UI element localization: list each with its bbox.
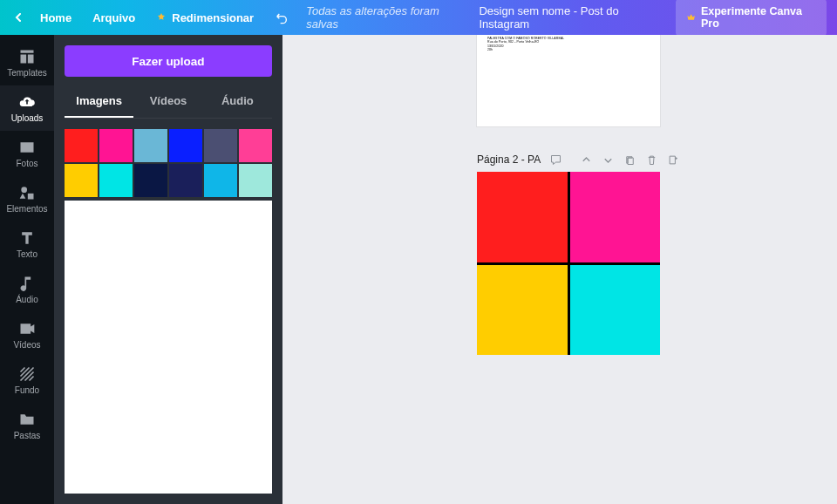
nav-audio[interactable]: Áudio xyxy=(0,267,54,312)
page1-body: APRENDA A SE POSICIONAR NAS REDES SOCIAI… xyxy=(487,35,650,52)
back-button[interactable] xyxy=(7,13,30,22)
canvas-area[interactable]: NESTE SÁBADO MARKETING PESSOAL APRENDA A… xyxy=(282,35,837,504)
home-button[interactable]: Home xyxy=(30,0,82,35)
duplicate-icon[interactable] xyxy=(623,153,636,167)
file-menu[interactable]: Arquivo xyxy=(82,0,146,35)
nav-label: Templates xyxy=(7,68,47,78)
nav-videos[interactable]: Vídeos xyxy=(0,312,54,358)
layout: Templates Uploads Fotos Elementos Texto … xyxy=(0,35,837,504)
uploads-icon xyxy=(18,93,36,111)
resize-label: Redimensionar xyxy=(172,11,254,24)
page2-quadrant xyxy=(477,265,568,356)
page2-quadrant xyxy=(570,172,661,262)
swatch[interactable] xyxy=(169,164,202,197)
nav-elements[interactable]: Elementos xyxy=(0,176,54,221)
add-page-icon[interactable] xyxy=(667,153,680,167)
swatch[interactable] xyxy=(239,164,272,197)
nav-label: Vídeos xyxy=(13,340,40,350)
tab-videos[interactable]: Vídeos xyxy=(133,87,202,118)
nav-templates[interactable]: Templates xyxy=(0,40,54,85)
text-icon xyxy=(18,229,36,247)
swatch[interactable] xyxy=(134,129,167,162)
videos-icon xyxy=(18,320,36,337)
nav-folders[interactable]: Pastas xyxy=(0,403,54,448)
nav-label: Fundo xyxy=(15,385,39,395)
tab-images[interactable]: Imagens xyxy=(65,87,133,118)
page-toolbar: Página 2 - PA xyxy=(477,153,660,167)
move-down-icon[interactable] xyxy=(602,153,615,167)
panel-tabs: Imagens Vídeos Áudio xyxy=(65,87,272,119)
notes-icon[interactable] xyxy=(549,153,562,167)
swatch[interactable] xyxy=(65,164,98,197)
pro-label: Experimente Canva Pro xyxy=(701,5,816,30)
nav-label: Pastas xyxy=(14,431,41,440)
page-label[interactable]: Página 2 - PA xyxy=(477,153,541,166)
upload-thumbnail[interactable] xyxy=(65,201,272,494)
side-panel: Fazer upload Imagens Vídeos Áudio xyxy=(54,35,282,504)
try-pro-button[interactable]: Experimente Canva Pro xyxy=(676,0,827,36)
nav-text[interactable]: Texto xyxy=(0,221,54,267)
swatch[interactable] xyxy=(134,164,167,197)
svg-point-0 xyxy=(21,187,27,193)
swatch[interactable] xyxy=(99,129,133,162)
design-name[interactable]: Design sem nome - Post do Instagram xyxy=(465,4,675,31)
top-header: Home Arquivo Redimensionar Todas as alte… xyxy=(0,0,837,35)
resize-button[interactable]: Redimensionar xyxy=(146,0,264,35)
swatch[interactable] xyxy=(204,164,237,197)
upload-button[interactable]: Fazer upload xyxy=(65,45,272,77)
swatch[interactable] xyxy=(169,129,202,162)
nav-label: Uploads xyxy=(11,113,44,123)
swatch[interactable] xyxy=(65,129,98,162)
saved-status-text: Todas as alterações foram salvas xyxy=(306,4,465,31)
folders-icon xyxy=(18,411,36,428)
undo-button[interactable] xyxy=(264,10,299,24)
nav-background[interactable]: Fundo xyxy=(0,358,54,403)
move-up-icon[interactable] xyxy=(580,153,593,167)
nav-label: Áudio xyxy=(16,295,38,304)
nav-uploads[interactable]: Uploads xyxy=(0,85,54,131)
photos-icon xyxy=(18,139,36,156)
tab-audio[interactable]: Áudio xyxy=(203,87,272,118)
nav-label: Texto xyxy=(17,249,37,259)
page2-quadrant xyxy=(477,172,568,262)
nav-photos[interactable]: Fotos xyxy=(0,131,54,176)
swatch[interactable] xyxy=(99,164,133,197)
delete-icon[interactable] xyxy=(645,153,658,167)
elements-icon xyxy=(18,184,36,201)
swatch[interactable] xyxy=(239,129,272,162)
page-wrap: NESTE SÁBADO MARKETING PESSOAL APRENDA A… xyxy=(335,52,802,355)
templates-icon xyxy=(18,48,36,65)
background-icon xyxy=(18,365,36,383)
nav-label: Fotos xyxy=(16,159,37,168)
audio-icon xyxy=(18,275,36,292)
nav-label: Elementos xyxy=(6,204,47,214)
page-2-canvas[interactable] xyxy=(477,172,660,355)
page-1-canvas[interactable]: NESTE SÁBADO MARKETING PESSOAL APRENDA A… xyxy=(477,35,660,126)
navrail: Templates Uploads Fotos Elementos Texto … xyxy=(0,35,54,504)
swatch-grid xyxy=(65,129,272,197)
page2-quadrant xyxy=(570,265,661,356)
swatch[interactable] xyxy=(204,129,237,162)
